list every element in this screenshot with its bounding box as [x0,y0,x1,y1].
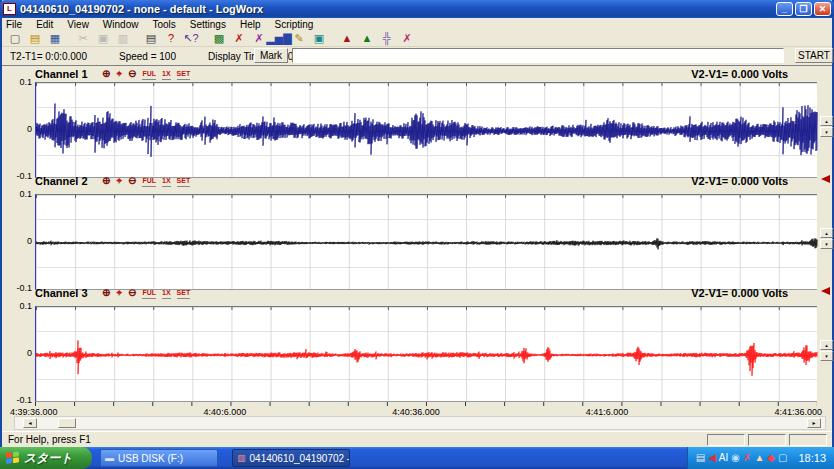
app-icon: L [3,3,16,15]
zoom-out-icon[interactable]: ⊖ [128,286,136,299]
user-icon[interactable]: ▲ [754,452,764,463]
zoom-select-icon[interactable]: ⌖ [116,174,122,187]
copy-icon[interactable]: ▣ [93,31,113,46]
channel-1-plot[interactable] [35,82,817,178]
logworx-doc-icon: ▥ [237,453,246,463]
channel-2-plot[interactable] [35,194,817,290]
scrollbar-thumb[interactable] [58,418,76,428]
zoom-in-icon[interactable]: ⊕ [102,286,110,299]
spin-down-button[interactable]: ▾ [820,127,833,137]
channel-3-v2v1: V2-V1= 0.000 Volts [691,287,788,299]
save-file-icon[interactable]: ▦ [45,31,65,46]
taskbar-item-logworx[interactable]: ▥ 04140610_04190702 -... [232,449,350,467]
menu-bar: FileEditViewWindowToolsSettingsHelpScrip… [2,18,832,30]
mark-text-input[interactable] [292,48,784,63]
scroll-left-button[interactable]: ◂ [23,418,37,428]
channel-3-plot[interactable] [35,306,817,402]
channel-1-spinners: ▴ ▾ [820,116,833,138]
speed-readout: Speed = 100 [119,51,176,62]
menu-item[interactable]: Window [103,19,139,30]
about-help-icon[interactable]: ? [161,31,181,46]
zoom-out-icon[interactable]: ⊖ [128,67,136,80]
zoom-in-icon[interactable]: ⊕ [102,67,110,80]
open-file-icon[interactable]: ▤ [25,31,45,46]
unit-scale-icon[interactable]: 1X [162,67,171,80]
zoom-in-icon[interactable]: ⊕ [102,174,110,187]
full-scale-icon[interactable]: FUL [142,67,156,80]
volume-icon[interactable]: ◀ [708,452,716,463]
language-icon[interactable]: ◉ [731,452,740,463]
horizontal-scrollbar[interactable]: ◂ ▸ [14,416,826,430]
spin-up-button[interactable]: ▴ [820,340,833,350]
spin-up-button[interactable]: ▴ [820,228,833,238]
channel-1-header: Channel 1 ⊕⌖⊖FUL1XSET V2-V1= 0.000 Volts [2,67,832,82]
start-button[interactable]: START [795,48,833,63]
zoom-select-icon[interactable]: ⌖ [116,286,122,299]
spin-up-button[interactable]: ▴ [820,116,833,126]
taskbar: スタート ▬ USB DISK (F:) ▥ 04140610_04190702… [0,447,834,469]
menu-item[interactable]: Edit [36,19,53,30]
spectrum-green-icon[interactable]: ▲ [357,31,377,46]
scatter-icon[interactable]: ✗ [397,31,417,46]
set-scale-icon[interactable]: SET [177,286,191,299]
unit-scale-icon[interactable]: 1X [162,286,171,299]
network-error-icon[interactable]: ✗ [743,452,751,463]
histogram-icon[interactable]: ▂▅▇ [269,31,289,46]
unit-scale-icon[interactable]: 1X [162,174,171,187]
ch3-ytick-mid: 0 [2,348,32,358]
channel-2-waveform [36,195,818,291]
zoom-out-icon[interactable]: ⊖ [128,174,136,187]
signal-view-icon[interactable]: ▩ [209,31,229,46]
ch2-ytick-top: 0.1 [2,189,32,199]
restore-button[interactable]: ❐ [795,2,812,16]
channel-3-waveform [36,307,818,403]
context-help-icon[interactable]: ↖? [181,31,201,46]
menu-item[interactable]: Scripting [275,19,314,30]
full-scale-icon[interactable]: FUL [142,286,156,299]
toolbar: ▢▤▦✂▣▥▤?↖?▩✗✗▂▅▇✎▣▲▲╬✗ [2,30,832,47]
menu-item[interactable]: File [6,19,22,30]
zoom-select-icon[interactable]: ⌖ [116,67,122,80]
ime-ai-icon[interactable]: AI [719,452,728,463]
printer-icon[interactable]: ▤ [696,452,705,463]
close-button[interactable]: ✕ [814,2,831,16]
menu-item[interactable]: View [67,19,89,30]
paste-icon[interactable]: ▥ [113,31,133,46]
new-file-icon[interactable]: ▢ [5,31,25,46]
status-pane [707,434,745,446]
edit-pencil-icon[interactable]: ✎ [289,31,309,46]
menu-item[interactable]: Help [240,19,261,30]
drive-icon: ▬ [105,453,114,463]
taskbar-item-usb-disk[interactable]: ▬ USB DISK (F:) [100,449,218,467]
full-scale-icon[interactable]: FUL [142,174,156,187]
scroll-right-button[interactable]: ▸ [807,418,821,428]
menu-item[interactable]: Tools [152,19,175,30]
spin-down-button[interactable]: ▾ [820,351,833,361]
start-button-taskbar[interactable]: スタート [0,447,92,469]
set-scale-icon[interactable]: SET [177,67,191,80]
print-icon[interactable]: ▤ [141,31,161,46]
cut-icon[interactable]: ✂ [73,31,93,46]
channel-1-waveform [36,83,818,179]
status-bar: For Help, press F1 [2,431,832,447]
mark-button[interactable]: Mark [254,48,288,63]
channel-2-spinners: ▴ ▾ [820,228,833,250]
spin-down-button[interactable]: ▾ [820,239,833,249]
display-icon[interactable]: ▢ [778,452,787,463]
menu-item[interactable]: Settings [190,19,226,30]
ch1-ytick-top: 0.1 [2,77,32,87]
app-window: L 04140610_04190702 - none - default - L… [0,0,834,447]
spectrum-red-icon[interactable]: ▲ [337,31,357,46]
xy-axes-icon[interactable]: ✗ [229,31,249,46]
status-pane [789,434,827,446]
security-icon[interactable]: ◆ [767,452,775,463]
minimize-button[interactable]: _ [776,2,793,16]
set-scale-icon[interactable]: SET [177,174,191,187]
ch3-ytick-bot: -0.1 [2,395,32,405]
channel-3-spinners: ▴ ▾ [820,340,833,362]
lattice-icon[interactable]: ╬ [377,31,397,46]
archive-icon[interactable]: ▣ [309,31,329,46]
channel-1-label: Channel 1 [35,68,88,80]
title-bar: L 04140610_04190702 - none - default - L… [0,0,834,18]
chart-client-area: Channel 1 ⊕⌖⊖FUL1XSET V2-V1= 0.000 Volts… [2,65,832,416]
